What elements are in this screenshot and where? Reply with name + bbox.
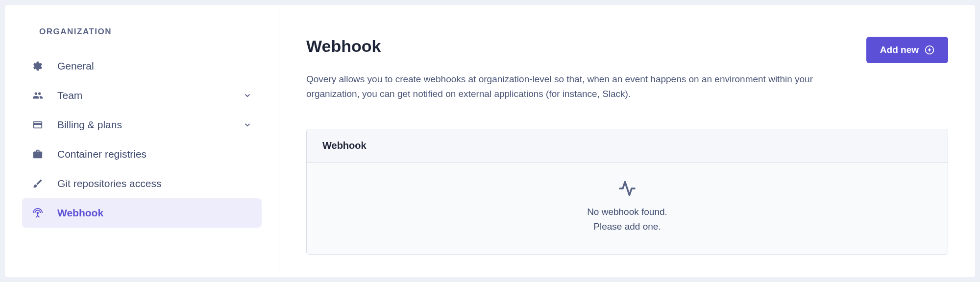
add-button-label: Add new [880,45,919,55]
add-new-button[interactable]: Add new [866,37,948,63]
briefcase-icon [32,148,44,160]
team-icon [32,90,44,101]
card-header-title: Webhook [322,140,932,151]
webhook-card: Webhook No webhook found. Please add one… [306,129,948,255]
plus-circle-icon [925,45,934,55]
sidebar-item-label: Billing & plans [57,119,243,131]
sidebar-item-label: Git repositories access [57,178,252,189]
sidebar-item-label: General [57,60,252,72]
sidebar-item-billing[interactable]: Billing & plans [22,110,262,140]
sidebar-item-git[interactable]: Git repositories access [22,169,262,198]
chevron-down-icon [243,91,252,100]
sidebar: ORGANIZATION General Team Billing & plan… [5,5,279,277]
antenna-icon [32,207,44,219]
sidebar-item-label: Container registries [57,148,252,160]
page-title: Webhook [306,37,381,56]
empty-line-2: Please add one. [317,219,938,234]
sidebar-item-team[interactable]: Team [22,81,262,110]
sidebar-section-title: ORGANIZATION [22,27,262,37]
chevron-down-icon [243,120,252,129]
activity-icon [317,180,938,197]
sidebar-item-webhook[interactable]: Webhook [22,198,262,228]
card-icon [32,119,44,131]
main-header: Webhook Add new [306,37,948,63]
card-body-empty: No webhook found. Please add one. [307,163,948,254]
main-content: Webhook Add new Qovery allows you to cre… [279,5,975,277]
page-description: Qovery allows you to create webhooks at … [306,72,845,102]
key-icon [32,178,44,189]
empty-line-1: No webhook found. [317,205,938,219]
sidebar-item-registries[interactable]: Container registries [22,140,262,169]
sidebar-item-label: Team [57,90,243,101]
empty-state-text: No webhook found. Please add one. [317,205,938,235]
sidebar-item-label: Webhook [57,207,252,219]
app-container: ORGANIZATION General Team Billing & plan… [5,5,975,277]
card-header: Webhook [307,129,948,163]
gear-icon [32,60,44,72]
sidebar-item-general[interactable]: General [22,51,262,81]
